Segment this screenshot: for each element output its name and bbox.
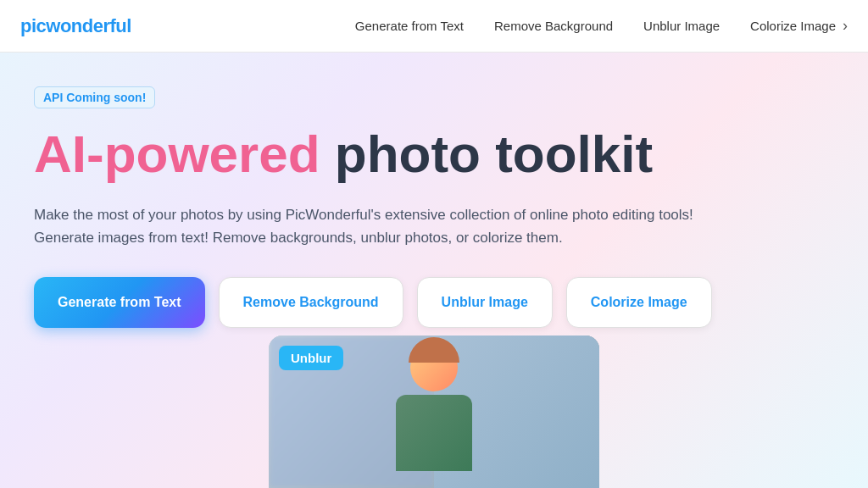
unblur-image-button[interactable]: Unblur Image xyxy=(417,277,553,328)
tool-buttons-row: Generate from Text Remove Background Unb… xyxy=(34,277,834,328)
remove-background-button[interactable]: Remove Background xyxy=(219,277,403,328)
generate-from-text-button[interactable]: Generate from Text xyxy=(34,277,205,328)
demo-preview-area: Unblur xyxy=(269,336,599,488)
logo[interactable]: picwonderful xyxy=(20,15,131,37)
nav-link-unblur[interactable]: Unblur Image xyxy=(643,19,720,33)
nav-link-remove-bg[interactable]: Remove Background xyxy=(494,19,613,33)
person-body xyxy=(396,395,472,471)
person-figure xyxy=(375,344,493,488)
hero-title: AI-powered photo toolkit xyxy=(34,125,834,183)
nav-links: Generate from Text Remove Background Unb… xyxy=(355,19,836,34)
nav-link-colorize[interactable]: Colorize Image xyxy=(750,19,836,33)
sidebar-item-colorize[interactable]: Colorize Image xyxy=(750,19,836,34)
hero-title-highlight: AI-powered xyxy=(34,125,320,183)
hero-section: API Coming soon! AI-powered photo toolki… xyxy=(0,53,868,488)
nav-link-generate[interactable]: Generate from Text xyxy=(355,19,464,33)
hero-title-rest: photo toolkit xyxy=(320,125,654,183)
sidebar-item-remove-bg[interactable]: Remove Background xyxy=(494,19,613,34)
unblur-badge: Unblur xyxy=(279,346,343,370)
logo-text: picwonderful xyxy=(20,15,131,36)
sidebar-item-generate[interactable]: Generate from Text xyxy=(355,19,464,34)
hero-subtitle: Make the most of your photos by using Pi… xyxy=(34,203,695,249)
chevron-down-icon[interactable]: › xyxy=(843,17,848,35)
demo-image: Unblur xyxy=(269,336,599,488)
colorize-image-button[interactable]: Colorize Image xyxy=(566,277,712,328)
api-badge: API Coming soon! xyxy=(34,86,155,108)
person-head xyxy=(410,344,458,391)
navbar: picwonderful Generate from Text Remove B… xyxy=(0,0,868,53)
sidebar-item-unblur[interactable]: Unblur Image xyxy=(643,19,720,34)
